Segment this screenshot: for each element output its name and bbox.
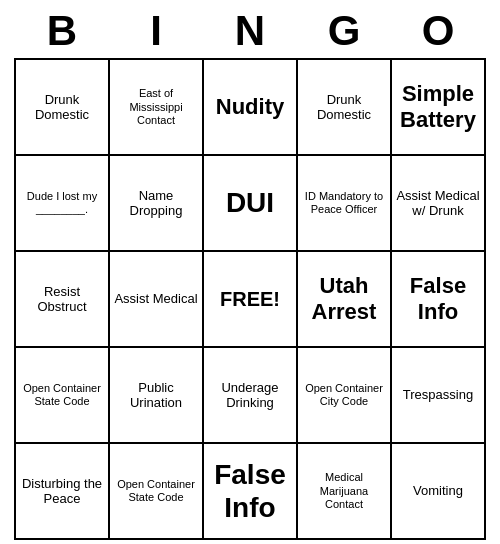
cell-r2-c3: Utah Arrest <box>298 252 392 348</box>
cell-r1-c2: DUI <box>204 156 298 252</box>
cell-r0-c2: Nudity <box>204 60 298 156</box>
cell-r1-c0: Dude I lost my ________. <box>16 156 110 252</box>
bingo-letter: N <box>203 8 297 54</box>
cell-r3-c4: Trespassing <box>392 348 486 444</box>
bingo-header: BINGO <box>15 8 485 54</box>
cell-r0-c1: East of Mississippi Contact <box>110 60 204 156</box>
cell-r0-c4: Simple Battery <box>392 60 486 156</box>
bingo-letter: B <box>15 8 109 54</box>
cell-r2-c4: False Info <box>392 252 486 348</box>
cell-r4-c3: Medical Marijuana Contact <box>298 444 392 540</box>
cell-r2-c1: Assist Medical <box>110 252 204 348</box>
cell-r3-c3: Open Container City Code <box>298 348 392 444</box>
cell-r3-c1: Public Urination <box>110 348 204 444</box>
cell-r0-c3: Drunk Domestic <box>298 60 392 156</box>
cell-r2-c0: Resist Obstruct <box>16 252 110 348</box>
bingo-letter: O <box>391 8 485 54</box>
cell-r3-c2: Underage Drinking <box>204 348 298 444</box>
cell-r2-c2: FREE! <box>204 252 298 348</box>
cell-r4-c2: False Info <box>204 444 298 540</box>
cell-r4-c0: Disturbing the Peace <box>16 444 110 540</box>
cell-r1-c1: Name Dropping <box>110 156 204 252</box>
bingo-letter: I <box>109 8 203 54</box>
cell-r1-c3: ID Mandatory to Peace Officer <box>298 156 392 252</box>
cell-r3-c0: Open Container State Code <box>16 348 110 444</box>
cell-r0-c0: Drunk Domestic <box>16 60 110 156</box>
bingo-letter: G <box>297 8 391 54</box>
bingo-grid: Drunk DomesticEast of Mississippi Contac… <box>14 58 486 540</box>
cell-r4-c1: Open Container State Code <box>110 444 204 540</box>
cell-r4-c4: Vomiting <box>392 444 486 540</box>
cell-r1-c4: Assist Medical w/ Drunk <box>392 156 486 252</box>
